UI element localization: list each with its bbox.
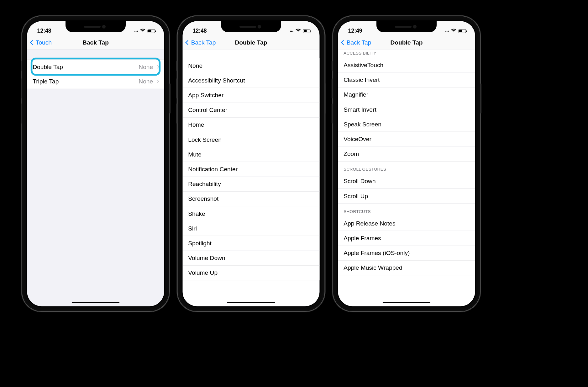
cellular-icon: ••• [445, 29, 449, 33]
option-label: Accessibility Shortcut [188, 77, 245, 84]
option-item[interactable]: AssistiveTouch [338, 58, 475, 72]
option-item[interactable]: Apple Frames (iOS-only) [338, 246, 475, 261]
section-header: ACCESSIBILITY [338, 49, 475, 58]
option-item[interactable]: Notification Center [183, 162, 320, 177]
option-label: None [188, 62, 202, 69]
option-label: App Switcher [188, 92, 223, 98]
option-item[interactable]: Apple Music Wrapped [338, 261, 475, 275]
nav-title: Double Tap [183, 39, 320, 46]
option-item[interactable]: Volume Up [183, 266, 320, 280]
options-list[interactable]: NoneAccessibility ShortcutApp SwitcherCo… [183, 49, 320, 306]
section-header: SHORTCUTS [338, 204, 475, 216]
option-item[interactable]: Siri [183, 221, 320, 236]
phone-double-tap-options-scrolled: 12:49 ••• Back Tap Double Tap ACCESSIBIL… [333, 16, 480, 312]
option-label: Smart Invert [344, 106, 376, 113]
option-label: Apple Music Wrapped [344, 264, 402, 271]
battery-icon [303, 29, 311, 33]
option-label: Apple Frames [344, 235, 381, 241]
phone-back-tap-settings: 12:48 ••• Touch Back Tap Double Tap [22, 16, 170, 312]
option-label: Scroll Up [344, 193, 368, 199]
option-item[interactable]: None [183, 58, 320, 73]
option-item[interactable]: Reachability [183, 177, 320, 192]
option-label: Speak Screen [344, 121, 381, 128]
option-item[interactable]: Scroll Up [338, 189, 475, 204]
option-item[interactable]: Smart Invert [338, 102, 475, 117]
section-header: SCROLL GESTURES [338, 162, 475, 174]
notch [376, 21, 437, 32]
row-value: None [139, 63, 153, 70]
nav-title: Double Tap [338, 39, 475, 46]
home-indicator[interactable] [383, 302, 430, 303]
option-item[interactable]: Lock Screen [183, 132, 320, 147]
option-label: Zoom [344, 151, 359, 157]
row-label: Triple Tap [33, 78, 59, 85]
battery-icon [459, 29, 466, 33]
nav-title: Back Tap [27, 39, 164, 46]
option-label: Spotlight [188, 240, 212, 247]
option-label: Volume Up [188, 269, 218, 276]
option-label: Mute [188, 151, 202, 158]
notch [66, 21, 126, 32]
option-label: Screenshot [188, 195, 218, 202]
option-item[interactable]: Shake [183, 206, 320, 221]
option-label: Lock Screen [188, 136, 222, 143]
option-item[interactable]: App Switcher [183, 88, 320, 103]
option-item[interactable]: Apple Frames [338, 231, 475, 246]
option-label: Volume Down [188, 255, 225, 262]
option-item[interactable]: Home [183, 118, 320, 132]
option-item[interactable]: Magnifier [338, 87, 475, 102]
row-triple-tap[interactable]: Triple Tap None [27, 74, 164, 89]
option-item[interactable]: Screenshot [183, 192, 320, 206]
option-label: Scroll Down [344, 178, 375, 185]
option-label: Shake [188, 210, 205, 217]
option-item[interactable]: Zoom [338, 147, 475, 162]
option-item[interactable]: Classic Invert [338, 73, 475, 87]
option-item[interactable]: Mute [183, 147, 320, 162]
option-item[interactable]: App Release Notes [338, 216, 475, 231]
option-label: VoiceOver [344, 135, 371, 142]
notch [221, 21, 281, 32]
cellular-icon: ••• [134, 29, 138, 33]
row-value: None [139, 78, 153, 85]
option-label: Control Center [188, 107, 227, 114]
option-item[interactable]: Accessibility Shortcut [183, 73, 320, 88]
home-indicator[interactable] [72, 302, 119, 303]
battery-icon [148, 29, 155, 33]
option-item[interactable]: VoiceOver [338, 132, 475, 146]
chevron-right-icon [155, 80, 159, 83]
status-time: 12:48 [193, 28, 207, 34]
option-label: AssistiveTouch [344, 61, 383, 68]
settings-list[interactable]: Double Tap None Triple Tap None [27, 49, 164, 306]
option-item[interactable]: Speak Screen [338, 117, 475, 132]
row-double-tap[interactable]: Double Tap None [27, 59, 164, 74]
option-label: Siri [188, 225, 197, 232]
row-label: Double Tap [33, 63, 63, 70]
wifi-icon [296, 29, 301, 33]
phone-double-tap-options: 12:48 ••• Back Tap Double Tap NoneAccess… [177, 16, 325, 312]
option-label: Reachability [188, 181, 221, 188]
wifi-icon [451, 29, 457, 33]
option-label: Magnifier [344, 91, 368, 98]
status-time: 12:48 [37, 28, 51, 34]
option-label: App Release Notes [344, 220, 395, 227]
option-label: Classic Invert [344, 77, 380, 83]
options-list-scrolled[interactable]: ACCESSIBILITYAssistiveTouchClassic Inver… [338, 49, 475, 306]
option-label: Notification Center [188, 166, 238, 172]
option-label: Home [188, 121, 204, 128]
option-label: Apple Frames (iOS-only) [344, 250, 410, 257]
option-item[interactable]: Scroll Down [338, 174, 475, 189]
chevron-right-icon [155, 65, 159, 68]
option-item[interactable]: Control Center [183, 103, 320, 118]
option-item[interactable]: Spotlight [183, 236, 320, 251]
option-item[interactable]: Volume Down [183, 251, 320, 266]
home-indicator[interactable] [227, 302, 275, 303]
status-time: 12:49 [348, 28, 362, 34]
wifi-icon [140, 29, 146, 33]
cellular-icon: ••• [290, 29, 293, 33]
